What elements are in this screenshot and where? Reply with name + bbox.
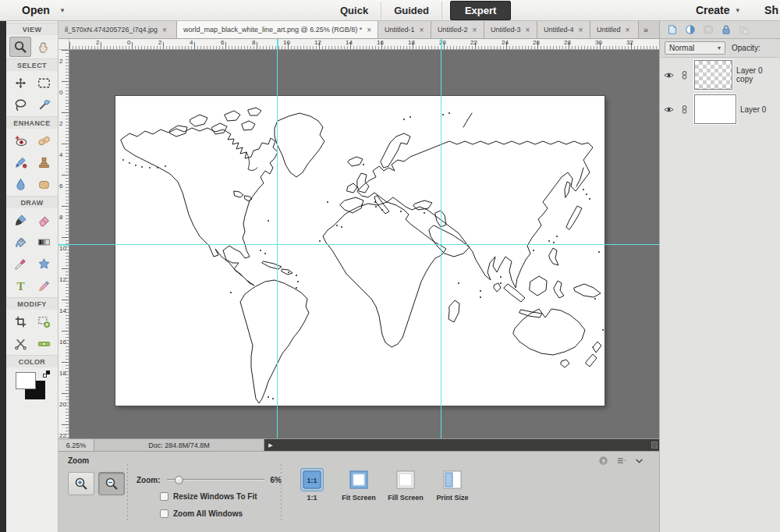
smart-brush-tool[interactable] bbox=[9, 152, 31, 172]
share-button[interactable]: Sh bbox=[764, 4, 778, 16]
zoom-slider[interactable] bbox=[167, 475, 264, 484]
paint-bucket-tool[interactable] bbox=[9, 232, 31, 252]
zoom-in-button[interactable] bbox=[68, 472, 94, 495]
color-swatches[interactable] bbox=[14, 371, 50, 405]
toolbox: VIEWSELECTENHANCEDRAWTMODIFYCOLOR bbox=[6, 21, 58, 532]
slider-handle[interactable] bbox=[175, 476, 183, 484]
content-aware-move-tool[interactable] bbox=[9, 333, 31, 353]
mode-switcher: QuickGuidedExpert bbox=[328, 0, 511, 21]
layer-visibility-eye-icon[interactable] bbox=[663, 69, 675, 81]
move-tool[interactable] bbox=[9, 73, 31, 93]
blend-mode-select[interactable]: Normal ▾ bbox=[665, 41, 725, 55]
panel-menu-icon[interactable] bbox=[615, 455, 627, 466]
blur-tool[interactable] bbox=[9, 174, 31, 194]
mode-tab-quick[interactable]: Quick bbox=[328, 2, 381, 20]
horizontal-guide[interactable] bbox=[69, 244, 659, 245]
document-size-readout: Doc: 284.8M/74.8M bbox=[94, 439, 264, 451]
ruler-number: 8 bbox=[59, 214, 62, 221]
straighten-tool[interactable] bbox=[33, 333, 55, 353]
layer-link-icon[interactable] bbox=[679, 69, 690, 81]
red-eye-removal-tool[interactable] bbox=[9, 130, 31, 151]
zoom-tool[interactable] bbox=[9, 37, 31, 57]
tab-close-icon[interactable]: × bbox=[526, 26, 530, 34]
clone-stamp-tool[interactable] bbox=[33, 152, 55, 172]
mode-tab-expert[interactable]: Expert bbox=[450, 1, 511, 20]
ruler-number: 28 bbox=[564, 39, 571, 46]
brush-tool[interactable] bbox=[9, 210, 31, 230]
sponge-tool[interactable] bbox=[33, 174, 55, 194]
spot-healing-brush-tool[interactable] bbox=[33, 130, 55, 151]
tab-close-icon[interactable]: × bbox=[420, 26, 424, 34]
open-button[interactable]: Open bbox=[22, 4, 50, 16]
scroll-notch[interactable] bbox=[651, 442, 658, 449]
horizontal-ruler[interactable]: 202468101214161820222426283032 bbox=[69, 39, 659, 50]
ruler-number: 4 bbox=[59, 151, 62, 158]
toolbox-section-modify: MODIFY bbox=[6, 297, 58, 310]
status-expand-button[interactable]: ▶ bbox=[264, 439, 277, 451]
zoom-all-windows-checkbox[interactable] bbox=[160, 509, 168, 518]
document-tab[interactable]: il_570xN.474205726_i7q4.jpg× bbox=[58, 21, 177, 38]
guide-tick bbox=[441, 39, 442, 49]
help-icon[interactable]: ? bbox=[597, 455, 609, 466]
zoom-slider-label: Zoom: bbox=[136, 476, 161, 484]
new-adjustment-layer-icon[interactable] bbox=[684, 23, 697, 36]
crop-tool[interactable] bbox=[9, 311, 31, 332]
pencil-tool[interactable] bbox=[33, 275, 55, 296]
document-tab[interactable]: world_map_black_white_line_art.png @ 6.2… bbox=[177, 21, 378, 38]
zoom-out-button[interactable] bbox=[98, 472, 125, 495]
quick-selection-tool[interactable] bbox=[33, 94, 55, 115]
gradient-tool[interactable] bbox=[33, 232, 55, 252]
bandaid-icon bbox=[37, 133, 51, 148]
new-layer-icon[interactable] bbox=[666, 23, 679, 36]
1-1-button[interactable]: 1:11:1 bbox=[292, 469, 332, 502]
hand-tool[interactable] bbox=[33, 37, 55, 57]
layer-link-icon[interactable] bbox=[679, 104, 690, 115]
document-tab[interactable]: Untitled-3× bbox=[484, 21, 537, 38]
layer-row[interactable]: Layer 0 copy bbox=[660, 58, 780, 92]
document-tab[interactable]: Untitled-2× bbox=[431, 21, 484, 38]
print-size-button[interactable]: Print Size bbox=[433, 469, 472, 502]
pasteboard[interactable] bbox=[69, 50, 659, 438]
eraser-tool[interactable] bbox=[33, 210, 55, 230]
create-button[interactable]: Create bbox=[696, 4, 730, 16]
color-picker-tool[interactable] bbox=[9, 254, 31, 274]
open-caret-icon[interactable]: ▾ bbox=[61, 6, 65, 14]
layer-row[interactable]: Layer 0 bbox=[660, 92, 780, 126]
document-canvas[interactable] bbox=[115, 96, 604, 406]
layer-thumbnail[interactable] bbox=[694, 60, 732, 90]
view-11-icon: 1:1 bbox=[301, 469, 323, 491]
tab-close-icon[interactable]: × bbox=[473, 26, 477, 34]
tab-close-icon[interactable]: × bbox=[579, 26, 583, 34]
lock-icon[interactable] bbox=[720, 23, 732, 36]
toolbox-section-color: COLOR bbox=[6, 355, 58, 367]
create-caret-icon[interactable]: ▾ bbox=[736, 6, 739, 14]
tab-overflow-icon[interactable]: » bbox=[639, 21, 653, 38]
ruler-number: 10 bbox=[59, 245, 66, 252]
tab-close-icon[interactable]: × bbox=[626, 26, 630, 34]
document-tab[interactable]: Untitled-4× bbox=[537, 21, 590, 38]
resize-windows-checkbox[interactable] bbox=[160, 492, 168, 501]
lasso-tool[interactable] bbox=[9, 94, 31, 115]
vertical-ruler[interactable]: 20246810121416182022 bbox=[58, 50, 69, 438]
layer-visibility-eye-icon[interactable] bbox=[663, 104, 675, 115]
mode-tab-guided[interactable]: Guided bbox=[381, 2, 442, 20]
layer-name[interactable]: Layer 0 copy bbox=[736, 66, 777, 83]
fill-screen-button[interactable]: Fill Screen bbox=[386, 469, 425, 502]
collapse-panel-icon[interactable] bbox=[633, 455, 645, 466]
recompose-tool[interactable] bbox=[33, 311, 55, 332]
rectangular-marquee-tool[interactable] bbox=[33, 73, 55, 93]
document-tab[interactable]: Untitled× bbox=[590, 21, 639, 38]
foreground-color-swatch[interactable] bbox=[16, 372, 36, 389]
layer-thumbnail[interactable] bbox=[694, 94, 736, 124]
shape-icon bbox=[37, 257, 51, 271]
custom-shape-tool[interactable] bbox=[33, 254, 55, 274]
zoom-level-field[interactable]: 6.25% bbox=[58, 439, 94, 451]
tab-close-icon[interactable]: × bbox=[162, 26, 167, 34]
layer-name[interactable]: Layer 0 bbox=[740, 105, 766, 114]
document-tab[interactable]: Untitled-1× bbox=[378, 21, 431, 38]
fit-screen-button[interactable]: Fit Screen bbox=[339, 469, 378, 502]
tab-close-icon[interactable]: × bbox=[367, 26, 371, 34]
type-tool[interactable]: T bbox=[9, 275, 31, 296]
default-colors-icon[interactable] bbox=[42, 371, 50, 378]
zoom-value: 6% bbox=[271, 476, 282, 484]
